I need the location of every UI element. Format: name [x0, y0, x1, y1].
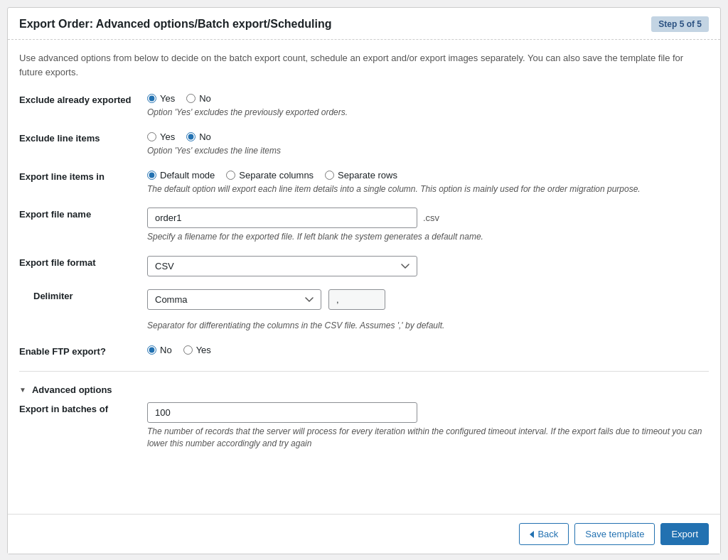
step-badge: Step 5 of 5 — [651, 16, 709, 32]
chevron-left-icon — [530, 531, 534, 538]
export-line-items-in-help: The default option will export each line… — [147, 183, 709, 195]
export-file-name-input[interactable] — [147, 208, 417, 228]
back-button-label: Back — [537, 529, 558, 539]
export-line-separate-rows-radio[interactable] — [325, 171, 334, 180]
enable-ftp-export-row: Enable FTP export? No Yes — [19, 345, 709, 358]
exclude-line-items-no-radio[interactable] — [186, 132, 196, 141]
enable-ftp-export-no-label: No — [160, 345, 172, 355]
back-button[interactable]: Back — [519, 523, 569, 545]
export-batches-controls: The number of records that the server wi… — [147, 402, 709, 450]
delimiter-value-input[interactable] — [328, 289, 385, 310]
exclude-line-items-no-option[interactable]: No — [186, 131, 211, 142]
save-template-button[interactable]: Save template — [574, 523, 655, 545]
exclude-line-items-yes-radio[interactable] — [147, 132, 156, 141]
export-file-format-row: Export file format CSV XLS XLSX — [19, 256, 709, 276]
export-file-format-label: Export file format — [19, 256, 147, 268]
export-line-separate-rows-label: Separate rows — [338, 170, 397, 181]
export-line-items-in-row: Export line items in Default mode Separa… — [19, 170, 709, 195]
exclude-already-exported-no-label: No — [199, 93, 211, 104]
delimiter-label: Delimiter — [19, 289, 147, 301]
exclude-already-exported-row: Exclude already exported Yes No Option '… — [19, 93, 709, 119]
export-line-separate-columns-label: Separate columns — [239, 170, 314, 181]
enable-ftp-export-no-radio[interactable] — [147, 345, 156, 355]
export-batches-input[interactable] — [147, 402, 417, 423]
export-line-items-radio-group: Default mode Separate columns Separate r… — [147, 170, 709, 181]
exclude-line-items-radio-group: Yes No — [147, 131, 709, 142]
export-button[interactable]: Export — [660, 523, 709, 545]
exclude-already-exported-yes-option[interactable]: Yes — [147, 93, 175, 104]
enable-ftp-export-yes-option[interactable]: Yes — [183, 345, 211, 355]
exclude-already-exported-no-option[interactable]: No — [186, 93, 211, 104]
export-file-name-row: Export file name .csv Specify a filename… — [19, 208, 709, 243]
chevron-down-icon: ▼ — [19, 386, 26, 394]
exclude-line-items-controls: Yes No Option 'Yes' excludes the line it… — [147, 131, 709, 157]
delimiter-controls: Comma Semicolon Tab Pipe Separator for d… — [147, 289, 444, 332]
exclude-line-items-yes-label: Yes — [160, 131, 175, 142]
enable-ftp-export-yes-radio[interactable] — [183, 345, 193, 355]
modal-title: Export Order: Advanced options/Batch exp… — [19, 18, 331, 31]
export-file-format-controls: CSV XLS XLSX — [147, 256, 709, 276]
modal-footer: Back Save template Export — [8, 514, 720, 554]
exclude-already-exported-radio-group: Yes No — [147, 93, 709, 104]
export-line-separate-columns-radio[interactable] — [226, 171, 235, 180]
exclude-already-exported-controls: Yes No Option 'Yes' excludes the previou… — [147, 93, 709, 119]
exclude-line-items-row: Exclude line items Yes No Option 'Yes' e… — [19, 131, 709, 157]
export-line-items-in-label: Export line items in — [19, 170, 147, 182]
save-template-label: Save template — [585, 529, 644, 539]
export-batches-help: The number of records that the server wi… — [147, 426, 709, 450]
export-file-name-controls: .csv Specify a filename for the exported… — [147, 208, 709, 243]
export-line-items-in-controls: Default mode Separate columns Separate r… — [147, 170, 709, 195]
delimiter-inputs-group: Comma Semicolon Tab Pipe — [147, 289, 385, 310]
exclude-already-exported-no-radio[interactable] — [186, 94, 196, 103]
exclude-already-exported-label: Exclude already exported — [19, 93, 147, 105]
enable-ftp-export-yes-label: Yes — [196, 345, 211, 355]
export-batches-row: Export in batches of The number of recor… — [19, 402, 709, 450]
delimiter-select[interactable]: Comma Semicolon Tab Pipe — [147, 289, 321, 310]
export-line-separate-columns-option[interactable]: Separate columns — [226, 170, 314, 181]
exclude-already-exported-yes-label: Yes — [160, 93, 175, 104]
delimiter-row: Delimiter Comma Semicolon Tab Pipe Separ… — [19, 289, 709, 332]
advanced-options-title: Advanced options — [32, 384, 112, 395]
advanced-options-toggle[interactable]: ▼ Advanced options — [19, 382, 709, 402]
export-file-format-select[interactable]: CSV XLS XLSX — [147, 256, 417, 276]
enable-ftp-export-controls: No Yes — [147, 345, 709, 358]
export-line-default-radio[interactable] — [147, 171, 156, 180]
exclude-line-items-help: Option 'Yes' excludes the line items — [147, 145, 709, 157]
export-file-name-suffix: .csv — [423, 212, 439, 223]
enable-ftp-export-radio-group: No Yes — [147, 345, 709, 355]
delimiter-help: Separator for differentiating the column… — [147, 320, 444, 332]
modal-header: Export Order: Advanced options/Batch exp… — [8, 8, 720, 40]
exclude-line-items-yes-option[interactable]: Yes — [147, 131, 175, 142]
exclude-already-exported-help: Option 'Yes' excludes the previously exp… — [147, 107, 709, 119]
enable-ftp-export-no-option[interactable]: No — [147, 345, 172, 355]
enable-ftp-export-label: Enable FTP export? — [19, 345, 147, 357]
export-file-name-help: Specify a filename for the exported file… — [147, 231, 709, 243]
modal-body: Use advanced options from below to decid… — [8, 40, 720, 514]
exclude-already-exported-yes-radio[interactable] — [147, 94, 156, 103]
export-batches-label: Export in batches of — [19, 402, 147, 414]
export-file-name-input-group: .csv — [147, 208, 709, 228]
modal-container: Export Order: Advanced options/Batch exp… — [7, 7, 721, 554]
section-divider — [19, 371, 709, 372]
export-line-default-option[interactable]: Default mode — [147, 170, 215, 181]
exclude-line-items-label: Exclude line items — [19, 131, 147, 144]
description-text: Use advanced options from below to decid… — [19, 51, 709, 79]
export-file-name-label: Export file name — [19, 208, 147, 220]
export-line-default-label: Default mode — [160, 170, 215, 181]
export-button-label: Export — [671, 529, 698, 539]
exclude-line-items-no-label: No — [199, 131, 211, 142]
export-line-separate-rows-option[interactable]: Separate rows — [325, 170, 397, 181]
